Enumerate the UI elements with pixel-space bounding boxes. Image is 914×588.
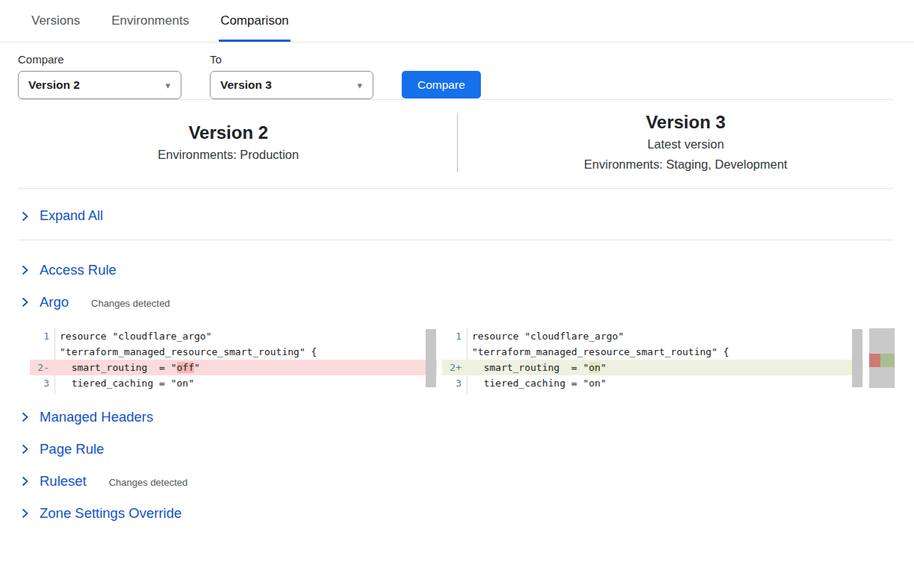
compare-to-label: To — [210, 53, 373, 66]
version-right-environments: Environments: Staging, Development — [458, 154, 914, 175]
scrollbar[interactable] — [426, 329, 436, 387]
scrollbar[interactable] — [852, 329, 862, 387]
diff-line: 3 tiered_caching = "on" — [30, 375, 437, 391]
changes-detected-badge: Changes detected — [91, 295, 170, 309]
diff-line-removed: 2- smart_routing = "off" — [30, 360, 437, 375]
chevron-right-icon — [21, 264, 29, 276]
line-number: 4 — [442, 391, 467, 394]
code-text: smart_routing = "on" — [467, 360, 606, 375]
compare-to-field: To Version 3 ▾ — [210, 53, 373, 99]
code-text: resource "cloudflare_argo" — [467, 328, 624, 344]
diff-right-panel: 1resource "cloudflare_argo" "terraform_m… — [442, 328, 863, 394]
tab-versions[interactable]: Versions — [30, 13, 81, 42]
section-page-rule[interactable]: Page Rule — [0, 439, 914, 460]
code-text: } — [55, 391, 66, 394]
version-left-header: Version 2 Environments: Production — [0, 121, 457, 165]
line-number — [30, 344, 55, 360]
section-label: Access Rule — [40, 262, 116, 278]
added-word-highlight: on — [589, 362, 601, 373]
version-right-title: Version 3 — [458, 110, 914, 134]
section-zone-settings-override[interactable]: Zone Settings Override — [0, 503, 914, 524]
version-left-title: Version 2 — [0, 121, 457, 145]
version-right-latest: Latest version — [458, 134, 914, 154]
code-text: tiered_caching = "on" — [55, 375, 194, 391]
tab-comparison[interactable]: Comparison — [219, 13, 290, 42]
code-text: } — [467, 391, 478, 394]
changes-detected-badge: Changes detected — [109, 475, 188, 488]
diff-line: 3 tiered_caching = "on" — [442, 375, 863, 391]
compare-from-label: Compare — [18, 53, 181, 66]
diff-line-clipped: 4} — [442, 391, 863, 394]
section-label: Managed Headers — [40, 409, 153, 425]
compare-to-select[interactable]: Version 3 ▾ — [210, 71, 373, 99]
diff-minimap[interactable] — [869, 328, 895, 388]
compare-to-value: Version 3 — [220, 78, 272, 92]
minimap-added-marker — [880, 354, 895, 367]
chevron-right-icon — [21, 210, 29, 222]
line-number: 1 — [30, 328, 55, 344]
diff-minimap-change-marker — [869, 354, 895, 367]
section-label: Page Rule — [40, 441, 104, 457]
diff-line-added: 2+ smart_routing = "on" — [442, 360, 863, 375]
expand-all-label: Expand All — [40, 208, 103, 224]
line-number — [442, 344, 467, 360]
version-left-environments: Environments: Production — [0, 145, 457, 165]
code-text: smart_routing = "off" — [55, 360, 200, 375]
compare-from-select[interactable]: Version 2 ▾ — [18, 71, 181, 99]
section-argo[interactable]: Argo Changes detected — [0, 292, 914, 313]
line-number: 3 — [30, 375, 55, 391]
removed-word-highlight: off — [177, 362, 194, 373]
tab-bar: Versions Environments Comparison — [0, 0, 914, 43]
chevron-down-icon: ▾ — [357, 80, 362, 91]
section-ruleset[interactable]: Ruleset Changes detected — [0, 471, 914, 492]
diff-line-wrap: "terraform_managed_resource_smart_routin… — [30, 344, 437, 360]
diff-line-wrap: "terraform_managed_resource_smart_routin… — [442, 344, 863, 360]
line-number: 3 — [442, 375, 467, 391]
version-right-header: Version 3 Latest version Environments: S… — [458, 110, 914, 175]
compare-controls: Compare Version 2 ▾ To Version 3 ▾ Compa… — [0, 43, 914, 99]
chevron-right-icon — [21, 443, 29, 455]
section-label: Zone Settings Override — [40, 505, 181, 522]
chevron-right-icon — [21, 507, 29, 519]
line-number: 4 — [30, 391, 55, 394]
code-text: "terraform_managed_resource_smart_routin… — [55, 344, 317, 360]
section-label: Argo — [40, 294, 69, 310]
diff-line: 1resource "cloudflare_argo" — [30, 328, 437, 344]
chevron-right-icon — [21, 296, 29, 308]
diff-left-panel: 1resource "cloudflare_argo" "terraform_m… — [30, 328, 437, 394]
version-headers: Version 2 Environments: Production Versi… — [0, 100, 914, 188]
argo-diff-viewer: 1resource "cloudflare_argo" "terraform_m… — [30, 328, 895, 394]
chevron-right-icon — [21, 475, 29, 487]
line-number: 1 — [442, 328, 467, 344]
code-text: "terraform_managed_resource_smart_routin… — [467, 344, 729, 360]
minimap-removed-marker — [869, 354, 880, 367]
tab-environments[interactable]: Environments — [110, 13, 190, 42]
compare-button[interactable]: Compare — [402, 71, 481, 98]
diff-line: 1resource "cloudflare_argo" — [442, 328, 863, 344]
line-number: 2- — [30, 360, 55, 375]
diff-line-clipped: 4} — [30, 391, 437, 394]
chevron-right-icon — [21, 411, 29, 423]
line-number: 2+ — [442, 360, 467, 375]
section-label: Ruleset — [40, 473, 87, 490]
compare-from-value: Version 2 — [28, 78, 80, 92]
divider — [18, 240, 893, 240]
section-managed-headers[interactable]: Managed Headers — [0, 407, 914, 428]
chevron-down-icon: ▾ — [165, 80, 170, 91]
section-access-rule[interactable]: Access Rule — [0, 260, 914, 281]
compare-from-field: Compare Version 2 ▾ — [18, 53, 181, 99]
expand-all-button[interactable]: Expand All — [0, 189, 914, 240]
code-text: resource "cloudflare_argo" — [55, 328, 212, 344]
code-text: tiered_caching = "on" — [467, 375, 606, 391]
